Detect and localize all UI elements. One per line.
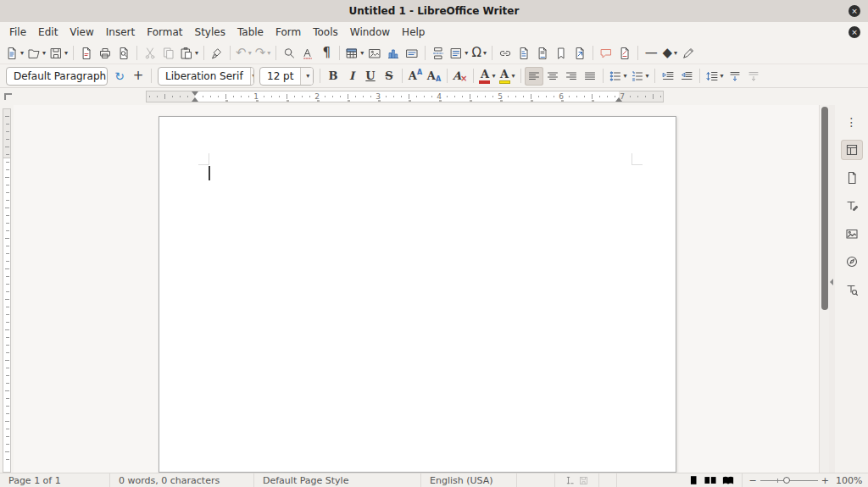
comment-button[interactable] [597,44,615,63]
insert-textbox-button[interactable] [403,44,421,63]
menu-help[interactable]: Help [396,24,431,41]
hyperlink-button[interactable] [496,44,515,63]
zoom-percentage[interactable]: 100% [836,475,868,486]
book-view-icon[interactable] [721,474,735,486]
sidebar-tab-styles[interactable] [841,196,863,216]
dropdown-arrow-icon[interactable]: ▾ [195,49,198,57]
strikethrough-button[interactable]: S [380,67,398,86]
menu-file[interactable]: File [3,24,32,41]
dropdown-arrow-icon[interactable]: ▾ [721,72,724,80]
multi-page-view-icon[interactable] [704,474,717,486]
menu-tools[interactable]: Tools [307,24,344,41]
horizontal-ruler[interactable]: 1234567 [146,91,664,102]
right-margin-marker[interactable] [615,97,622,102]
sidebar-tab-navigator[interactable] [841,252,863,272]
basic-shapes-button[interactable]: ◆▾ [660,44,679,63]
bold-button[interactable]: B [324,67,342,86]
menu-styles[interactable]: Styles [189,24,231,41]
dropdown-arrow-icon[interactable]: ▾ [267,49,270,57]
selection-mode-icon[interactable] [565,475,576,486]
menu-form[interactable]: Form [270,24,307,41]
sidebar-tab-style-inspector[interactable] [841,279,863,300]
dropdown-arrow-icon[interactable]: ▾ [360,49,364,57]
scrollbar-thumb[interactable] [821,107,828,310]
zoom-in-button[interactable]: + [821,475,829,486]
underline-button[interactable]: U [361,67,380,86]
zoom-slider[interactable] [760,480,818,481]
vertical-ruler[interactable] [0,105,14,473]
insert-image-button[interactable] [365,44,384,63]
menu-table[interactable]: Table [231,24,270,41]
bookmark-button[interactable] [552,44,570,63]
formatting-marks-button[interactable]: ¶ [317,44,336,63]
language-status[interactable]: English (USA) [421,473,517,487]
align-justify-button[interactable] [581,67,599,86]
sidebar-tab-properties[interactable] [841,140,863,160]
dropdown-arrow-icon[interactable]: ▾ [674,49,677,57]
align-right-button[interactable] [562,67,581,86]
dropdown-arrow-icon[interactable]: ▾ [465,49,468,57]
single-page-view-icon[interactable] [687,474,699,486]
word-count-status[interactable]: 0 words, 0 characters [110,473,254,487]
font-name-dropdown[interactable]: ▾ [250,68,254,85]
align-left-button[interactable] [525,67,543,86]
track-changes-button[interactable] [615,44,634,63]
insert-line-button[interactable]: — [642,44,660,63]
line-spacing-button[interactable]: ▾ [704,67,726,86]
numbered-list-button[interactable]: ▾ [629,67,651,86]
print-button[interactable] [96,44,114,63]
zoom-slider-knob[interactable] [783,477,790,484]
sidebar-hide-handle[interactable] [829,105,835,473]
highlight-color-button[interactable]: A▾ [498,67,517,86]
new-document-button[interactable]: ▾ [3,44,25,63]
sidebar-tab-page[interactable] [841,168,863,188]
page-break-button[interactable] [429,44,448,63]
menu-view[interactable]: View [64,24,99,41]
dropdown-arrow-icon[interactable]: ▾ [512,72,515,80]
window-close-button[interactable]: × [849,5,860,17]
update-style-button[interactable]: ↻ [110,67,129,86]
dropdown-arrow-icon[interactable]: ▾ [624,72,627,80]
dropdown-arrow-icon[interactable]: ▾ [646,72,649,80]
menu-window[interactable]: Window [344,24,396,41]
document-page[interactable] [159,116,676,473]
paragraph-style-combo[interactable]: Default Paragraph ▾ [6,67,108,86]
font-size-combo[interactable]: 12 pt ▾ [259,67,314,86]
endnote-button[interactable] [533,44,552,63]
find-replace-button[interactable] [280,44,298,63]
dropdown-arrow-icon[interactable]: ▾ [483,49,487,57]
clone-formatting-button[interactable] [208,44,226,63]
insert-table-button[interactable]: ▾ [343,44,365,63]
align-center-button[interactable] [543,67,562,86]
clear-formatting-button[interactable]: A× [451,67,470,86]
font-name-combo[interactable]: Liberation Serif ▾ [158,67,254,86]
dropdown-arrow-icon[interactable]: ▾ [20,49,24,57]
print-preview-button[interactable] [114,44,133,63]
dropdown-arrow-icon[interactable]: ▾ [64,49,68,57]
decrease-indent-button[interactable] [677,67,696,86]
footnote-button[interactable] [515,44,533,63]
subscript-button[interactable]: AA [425,67,443,86]
draw-functions-button[interactable] [679,44,698,63]
font-size-dropdown[interactable]: ▾ [300,68,313,85]
page-number-status[interactable]: Page 1 of 1 [0,473,110,487]
bullet-list-button[interactable]: ▾ [607,67,629,86]
superscript-button[interactable]: AA [406,67,425,86]
page-style-status[interactable]: Default Page Style [254,473,421,487]
spelling-button[interactable] [298,44,317,63]
vertical-scrollbar[interactable] [819,105,829,473]
dropdown-arrow-icon[interactable]: ▾ [492,72,495,80]
cross-reference-button[interactable] [570,44,589,63]
insert-field-button[interactable]: ▾ [448,44,470,63]
left-margin-marker[interactable] [192,97,198,102]
document-close-button[interactable]: × [849,26,860,38]
dropdown-arrow-icon[interactable]: ▾ [42,49,46,57]
export-pdf-button[interactable] [77,44,96,63]
menu-edit[interactable]: Edit [32,24,64,41]
italic-button[interactable]: I [342,67,361,86]
menu-format[interactable]: Format [141,24,188,41]
increase-indent-button[interactable] [659,67,677,86]
menu-insert[interactable]: Insert [100,24,141,41]
open-button[interactable]: ▾ [25,44,47,63]
sidebar-tab-gallery[interactable] [841,224,863,244]
